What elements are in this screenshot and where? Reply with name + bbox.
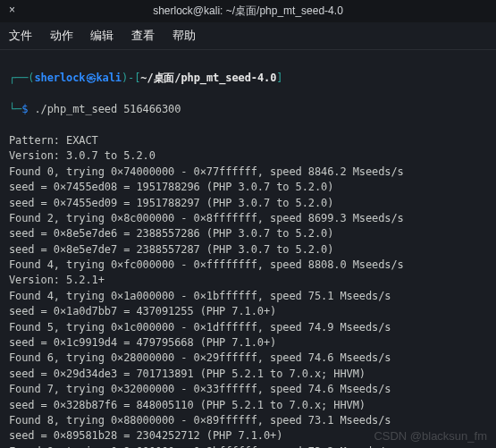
prompt-line2-prefix: └─: [9, 103, 21, 115]
output-line: seed = 0×8e5e7de7 = 2388557287 (PHP 3.0.…: [9, 242, 487, 258]
output-line: Version: 3.0.7 to 5.2.0: [9, 148, 487, 164]
output-line: Pattern: EXACT: [9, 133, 487, 148]
output-line: seed = 0×8e5e7de6 = 2388557286 (PHP 3.0.…: [9, 226, 487, 241]
prompt-bracket-end: ]: [276, 72, 282, 84]
prompt-bracket-open: ┌──(: [9, 72, 35, 84]
output-line: Found 2, trying 0×8c000000 - 0×8fffffff,…: [9, 211, 487, 226]
command-text: ./php_mt_seed 516466300: [35, 103, 181, 115]
output-line: seed = 0×328b87f6 = 848005110 (PHP 5.2.1…: [9, 398, 487, 413]
terminal-area[interactable]: ┌──(sherlock㉿kali)-[~/桌面/php_mt_seed-4.0…: [0, 50, 496, 448]
prompt-host: kali: [96, 72, 122, 84]
menu-bar: 文件 动作 编辑 查看 帮助: [0, 22, 496, 50]
output-line: Found 9, trying 0×8a000000 - 0×8bffffff,…: [9, 444, 487, 448]
output-line: Version: 5.2.1+: [9, 273, 487, 288]
menu-actions[interactable]: 动作: [50, 29, 73, 42]
output-line: seed = 0×7455ed08 = 1951788296 (PHP 3.0.…: [9, 180, 487, 195]
menu-help[interactable]: 帮助: [172, 29, 196, 42]
output-line: Found 4, trying 0×1a000000 - 0×1bffffff,…: [9, 289, 487, 304]
prompt-path: /桌面/php_mt_seed-4.0: [147, 72, 276, 84]
menu-file[interactable]: 文件: [9, 29, 32, 42]
prompt-dollar: $: [21, 103, 28, 115]
output-line: seed = 0×1a0d7bb7 = 437091255 (PHP 7.1.0…: [9, 304, 487, 319]
prompt-at-icon: ㉿: [86, 72, 97, 84]
window-title: sherlock@kali: ~/桌面/php_mt_seed-4.0: [153, 4, 343, 17]
output-line: Found 0, trying 0×74000000 - 0×77ffffff,…: [9, 165, 487, 180]
watermark-text: CSDN @blacksun_fm: [374, 429, 487, 443]
prompt-line-2: └─$ ./php_mt_seed 516466300: [9, 102, 487, 117]
close-icon[interactable]: ×: [9, 4, 15, 16]
output-line: Found 6, trying 0×28000000 - 0×29ffffff,…: [9, 351, 487, 366]
output-line: seed = 0×7455ed09 = 1951788297 (PHP 3.0.…: [9, 196, 487, 211]
output-line: seed = 0×1c9919d4 = 479795668 (PHP 7.1.0…: [9, 335, 487, 351]
prompt-user: sherlock: [35, 72, 86, 84]
output-line: Found 7, trying 0×32000000 - 0×33ffffff,…: [9, 382, 487, 397]
menu-edit[interactable]: 编辑: [90, 29, 113, 42]
output-line: Found 4, trying 0×fc000000 - 0×ffffffff,…: [9, 258, 487, 273]
prompt-line-1: ┌──(sherlock㉿kali)-[~/桌面/php_mt_seed-4.0…: [9, 71, 487, 86]
menu-view[interactable]: 查看: [131, 29, 155, 42]
prompt-bracket-close: )-[: [122, 72, 140, 84]
output-line: seed = 0×29d34de3 = 701713891 (PHP 5.2.1…: [9, 367, 487, 382]
output-line: Found 5, trying 0×1c000000 - 0×1dffffff,…: [9, 320, 487, 335]
window-titlebar: × sherlock@kali: ~/桌面/php_mt_seed-4.0: [0, 0, 496, 22]
output-line: Found 8, trying 0×88000000 - 0×89ffffff,…: [9, 413, 487, 428]
terminal-output: Pattern: EXACTVersion: 3.0.7 to 5.2.0Fou…: [9, 133, 487, 448]
